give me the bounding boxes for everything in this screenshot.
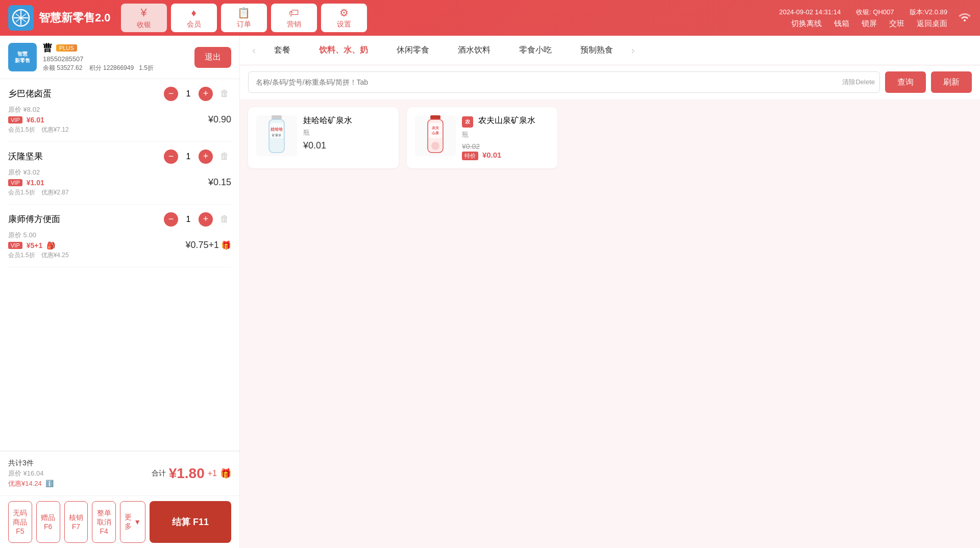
- total-discount-row: 优惠¥14.24 ℹ️: [8, 479, 54, 488]
- discount-amount: 优惠¥7.12: [41, 126, 69, 134]
- header: 智慧新零售2.0 ¥ 收银 ♦ 会员 📋 订单 🏷 营销 ⚙ 设置 2024-0…: [0, 0, 980, 36]
- nav-huiyuan[interactable]: ♦ 会员: [171, 4, 217, 32]
- svg-text:矿泉水: 矿泉水: [272, 133, 281, 137]
- item-total: ¥0.90: [208, 114, 231, 125]
- svg-text:娃哈哈: 娃哈哈: [270, 127, 283, 132]
- logo-area: 智慧新零售2.0: [8, 5, 111, 31]
- category-tab-lingshi[interactable]: 零食小吃: [505, 41, 566, 60]
- category-tab-yinliao[interactable]: 饮料、水、奶: [305, 41, 382, 60]
- shoukuan-icon: ¥: [140, 6, 146, 19]
- product-orig-price: ¥0.02: [462, 142, 480, 151]
- discount-row: 会员1.5折 优惠¥7.12: [8, 126, 69, 134]
- cart-item-prices: 原价 5.00 VIP ¥5+1 🎒 会员1.5折 优惠¥4.25 ¥0.75+…: [8, 231, 231, 260]
- qty-controls: − 1 + 🗑: [164, 212, 231, 227]
- main-layout: 智慧新零售 曹 PLUS 18550285507 余额 53527.62 积分 …: [0, 36, 980, 548]
- vip-price: ¥1.01: [27, 179, 44, 187]
- search-refresh-button[interactable]: 刷新: [931, 71, 972, 93]
- gift-button[interactable]: 赠品 F6: [36, 501, 60, 543]
- category-prev-button[interactable]: ‹: [248, 42, 260, 58]
- nav-yingxiao[interactable]: 🏷 营销: [271, 4, 317, 32]
- item-delete-button[interactable]: 🗑: [218, 86, 231, 101]
- product-card[interactable]: 娃哈哈 矿泉水 娃哈哈矿泉水 瓶 ¥0.01: [248, 107, 399, 168]
- qty-number: 1: [183, 89, 193, 98]
- customer-avatar: 智慧新零售: [8, 43, 37, 71]
- product-card[interactable]: 农夫 山泉 农 农夫山泉矿泉水 瓶 ¥0.02: [407, 107, 557, 168]
- action-shift[interactable]: 交班: [889, 19, 904, 29]
- customer-name-row: 曹 PLUS: [43, 42, 188, 54]
- discount-row: 会员1.5折 优惠¥4.25: [8, 251, 69, 260]
- customer-phone: 18550285507: [43, 55, 188, 63]
- qty-minus-button[interactable]: −: [164, 212, 178, 227]
- category-tab-taochan[interactable]: 套餐: [260, 41, 305, 60]
- vip-badge: VIP: [8, 179, 22, 186]
- qty-number: 1: [183, 152, 193, 161]
- qty-plus-button[interactable]: +: [199, 212, 213, 227]
- product-name: 农夫山泉矿泉水: [478, 115, 535, 126]
- shezhi-icon: ⚙: [339, 7, 349, 19]
- item-delete-button[interactable]: 🗑: [218, 212, 231, 227]
- item-total-with-gift: ¥0.75+1 🎁: [185, 240, 231, 251]
- item-delete-button[interactable]: 🗑: [218, 149, 231, 164]
- product-inner: 农夫 山泉 农 农夫山泉矿泉水 瓶 ¥0.02: [415, 115, 549, 160]
- category-tab-xiuxian[interactable]: 休闲零食: [382, 41, 444, 60]
- qty-plus-button[interactable]: +: [199, 150, 213, 164]
- qty-number: 1: [183, 215, 193, 224]
- item-total: ¥0.15: [208, 177, 231, 188]
- search-clear-button[interactable]: 清除Delete: [842, 78, 875, 87]
- nav-shoukuan[interactable]: ¥ 收银: [121, 4, 167, 32]
- header-right: 2024-09-02 14:31:14 收银: QH007 版本:V2.0.89…: [779, 8, 947, 29]
- category-next-button[interactable]: ›: [627, 42, 639, 58]
- bottom-actions: 无码商品 F5 赠品 F6 核销 F7 整单取消 F4 更多 ▼ 结算 F11: [0, 495, 239, 548]
- qty-plus-button[interactable]: +: [199, 87, 213, 101]
- customer-bar: 智慧新零售 曹 PLUS 18550285507 余额 53527.62 积分 …: [0, 36, 239, 79]
- checkout-button[interactable]: 结算 F11: [150, 501, 231, 543]
- action-offline[interactable]: 切换离线: [791, 19, 822, 29]
- item-name: 沃隆坚果: [8, 151, 43, 162]
- product-image: 农夫 山泉: [415, 115, 456, 156]
- orig-price: 原价 ¥3.02: [8, 168, 69, 177]
- search-query-button[interactable]: 查询: [885, 71, 926, 93]
- info-icon[interactable]: ℹ️: [45, 480, 54, 487]
- product-image: 娃哈哈 矿泉水: [256, 115, 297, 156]
- more-button[interactable]: 更多 ▼: [120, 501, 145, 543]
- void-button[interactable]: 核销 F7: [64, 501, 88, 543]
- vip-price-row: VIP ¥6.01: [8, 116, 69, 124]
- nav-shezhi[interactable]: ⚙ 设置: [321, 4, 367, 32]
- datetime-display: 2024-09-02 14:31:14: [779, 8, 841, 16]
- right-panel: ‹ 套餐 饮料、水、奶 休闲零食 酒水饮料 零食小吃 预制熟食 › 清除Dele…: [240, 36, 980, 548]
- action-lock[interactable]: 锁屏: [862, 19, 877, 29]
- category-tab-jiushui[interactable]: 酒水饮料: [444, 41, 505, 60]
- product-unit: 瓶: [462, 130, 549, 139]
- price-left: 原价 ¥8.02 VIP ¥6.01 会员1.5折 优惠¥7.12: [8, 105, 69, 134]
- vip-price-row: VIP ¥5+1 🎒: [8, 241, 69, 250]
- nav-dingdan[interactable]: 📋 订单: [221, 4, 267, 32]
- category-tabs: ‹ 套餐 饮料、水、奶 休闲零食 酒水饮料 零食小吃 预制熟食 ›: [240, 36, 980, 65]
- item-total: ¥0.75+1: [185, 240, 219, 251]
- product-details: 娃哈哈矿泉水 瓶 ¥0.01: [303, 115, 390, 151]
- huiyuan-icon: ♦: [191, 7, 196, 19]
- cancel-all-button[interactable]: 整单取消 F4: [92, 501, 116, 543]
- wifi-icon: [958, 9, 972, 27]
- action-desktop[interactable]: 返回桌面: [917, 19, 947, 29]
- total-orig: 原价 ¥16.04: [8, 469, 54, 478]
- product-details: 农 农夫山泉矿泉水 瓶 ¥0.02 特价 ¥0.01: [462, 115, 549, 160]
- total-count: 共计3件: [8, 459, 54, 468]
- price-left: 原价 ¥3.02 VIP ¥1.01 会员1.5折 优惠¥2.87: [8, 168, 69, 197]
- bag-icon: 🎒: [46, 241, 55, 250]
- no-code-button[interactable]: 无码商品 F5: [8, 501, 32, 543]
- cart-item-header: 沃隆坚果 − 1 + 🗑: [8, 149, 231, 164]
- qty-minus-button[interactable]: −: [164, 87, 178, 101]
- nav-yingxiao-label: 营销: [287, 20, 301, 29]
- action-cashbox[interactable]: 钱箱: [834, 19, 849, 29]
- logout-button[interactable]: 退出: [194, 47, 231, 68]
- svg-text:农夫: 农夫: [431, 126, 439, 130]
- vip-price-row: VIP ¥1.01: [8, 179, 69, 187]
- vip-price: ¥6.01: [27, 116, 44, 124]
- nav-dingdan-label: 订单: [237, 20, 251, 29]
- search-bar: 清除Delete 查询 刷新: [240, 65, 980, 99]
- svg-point-15: [431, 142, 439, 150]
- brand-icon: 农: [462, 116, 473, 128]
- category-tab-yuzhi[interactable]: 预制熟食: [566, 41, 627, 60]
- search-input[interactable]: [248, 71, 880, 93]
- qty-minus-button[interactable]: −: [164, 150, 178, 164]
